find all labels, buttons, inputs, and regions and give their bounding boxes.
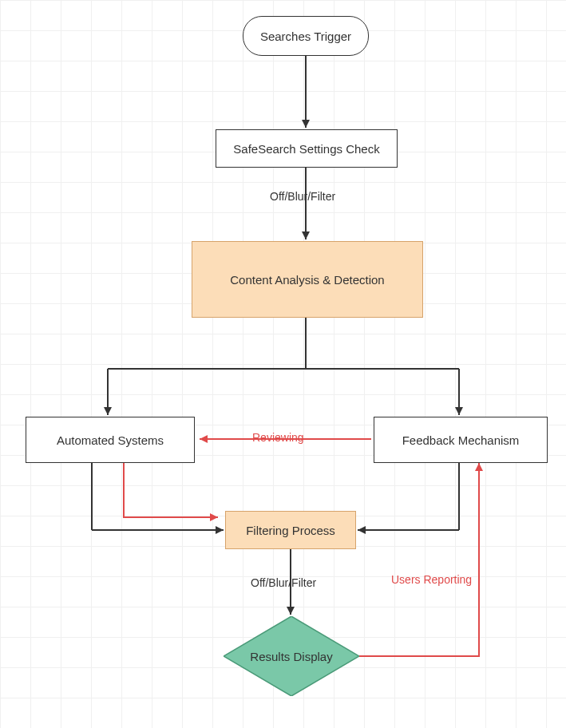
node-filtering-process[interactable]: Filtering Process — [225, 511, 356, 549]
node-automated-systems[interactable]: Automated Systems — [26, 417, 195, 463]
node-feedback-mechanism[interactable]: Feedback Mechanism — [374, 417, 548, 463]
node-label: Searches Trigger — [260, 30, 351, 43]
node-results-display[interactable]: Results Display — [224, 616, 359, 696]
node-label: Automated Systems — [57, 433, 164, 447]
node-safesearch-settings-check[interactable]: SafeSearch Settings Check — [216, 129, 398, 168]
edge-label-reviewing: Reviewing — [252, 431, 304, 444]
edge-label-off-blur-filter-2: Off/Blur/Filter — [251, 576, 316, 589]
node-label: Feedback Mechanism — [402, 433, 520, 447]
node-label: Results Display — [250, 650, 332, 663]
edge-label-off-blur-filter-1: Off/Blur/Filter — [270, 190, 335, 203]
edge-label-users-reporting: Users Reporting — [391, 573, 472, 586]
node-label: Content Analysis & Detection — [230, 273, 384, 287]
node-searches-trigger[interactable]: Searches Trigger — [243, 16, 369, 56]
flowchart-canvas: Searches Trigger SafeSearch Settings Che… — [0, 0, 566, 728]
node-label: SafeSearch Settings Check — [233, 142, 379, 156]
node-label: Filtering Process — [246, 524, 335, 537]
node-content-analysis[interactable]: Content Analysis & Detection — [192, 241, 423, 318]
